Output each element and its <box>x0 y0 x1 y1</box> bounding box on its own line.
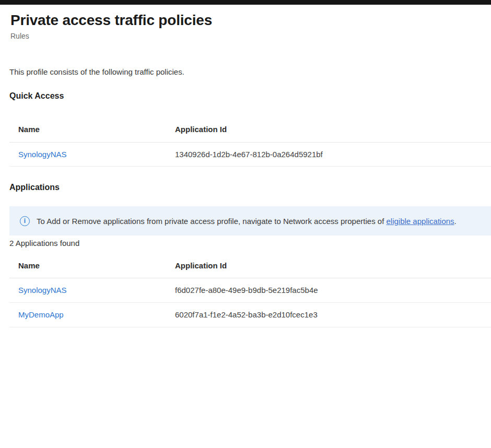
quick-access-table: Name Application Id SynologyNAS 1340926d… <box>9 113 491 167</box>
applications-table-header: Name Application Id <box>9 248 491 278</box>
application-id-value: 1340926d-1d2b-4e67-812b-0a264d5921bf <box>175 149 491 160</box>
page-title: Private access traffic policies <box>10 11 491 29</box>
application-id-value: f6d027fe-a80e-49e9-b9db-5e219fac5b4e <box>175 285 491 296</box>
column-header-name: Name <box>9 124 175 135</box>
table-row: SynologyNAS 1340926d-1d2b-4e67-812b-0a26… <box>9 143 491 167</box>
eligible-applications-link[interactable]: eligible applications <box>387 217 454 226</box>
table-row: MyDemoApp 6020f7a1-f1e2-4a52-ba3b-e2d10f… <box>9 303 491 327</box>
applications-table: Name Application Id SynologyNAS f6d027fe… <box>9 248 491 327</box>
applications-heading: Applications <box>9 182 491 193</box>
applications-count: 2 Applications found <box>9 239 491 248</box>
info-banner-text: To Add or Remove applications from priva… <box>37 217 457 226</box>
quick-access-app-link[interactable]: SynologyNAS <box>18 150 67 159</box>
page-subtitle: Rules <box>10 31 491 41</box>
application-link[interactable]: MyDemoApp <box>18 310 64 319</box>
quick-access-table-header: Name Application Id <box>9 113 491 143</box>
quick-access-heading: Quick Access <box>9 91 491 101</box>
application-id-value: 6020f7a1-f1e2-4a52-ba3b-e2d10fcec1e3 <box>175 310 491 320</box>
window-top-bar <box>0 0 491 5</box>
info-banner: i To Add or Remove applications from pri… <box>9 206 491 235</box>
application-link[interactable]: SynologyNAS <box>18 286 67 294</box>
private-access-policies-page: Private access traffic policies Rules Th… <box>0 11 491 327</box>
column-header-name: Name <box>9 261 175 271</box>
column-header-application-id: Application Id <box>175 261 491 271</box>
column-header-application-id: Application Id <box>175 124 491 135</box>
table-row: SynologyNAS f6d027fe-a80e-49e9-b9db-5e21… <box>9 278 491 303</box>
profile-description: This profile consists of the following t… <box>9 67 491 77</box>
info-icon: i <box>20 216 30 226</box>
